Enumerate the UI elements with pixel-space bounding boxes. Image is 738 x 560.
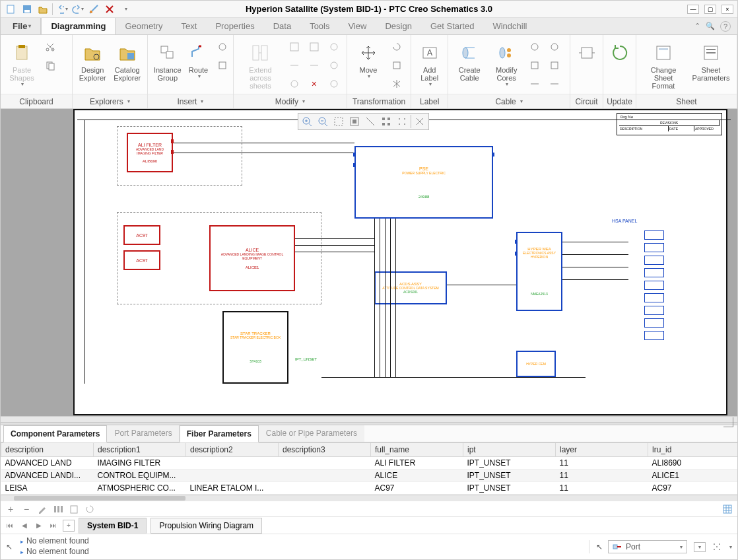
tab-data[interactable]: Data: [264, 18, 300, 34]
block-alice[interactable]: ALICE ADVANCED LANDING IMAGE CONTROL EQU…: [209, 225, 295, 291]
tab-properties[interactable]: Properties: [206, 18, 263, 34]
help-icon[interactable]: ?: [720, 21, 731, 32]
design-explorer-button[interactable]: Design Explorer: [77, 39, 109, 85]
tab-add-button[interactable]: +: [63, 520, 75, 532]
cable-mi2-icon[interactable]: [526, 57, 543, 73]
tab-component-params[interactable]: Component Parameters: [3, 425, 107, 442]
pointer-mode-icon[interactable]: ↖: [596, 542, 603, 551]
add-row-button[interactable]: +: [5, 503, 17, 515]
tab-text[interactable]: Text: [172, 18, 207, 34]
snap-icon[interactable]: [395, 115, 409, 128]
redo-icon[interactable]: ▾: [71, 3, 84, 16]
tab-last-button[interactable]: ⏭: [48, 520, 59, 531]
canvas[interactable]: Drg No REVISIONS DESCRIPTION DATE APPROV…: [1, 109, 737, 422]
add-label-button[interactable]: A Add Label▾: [415, 39, 444, 91]
modify-mi2-icon[interactable]: [286, 57, 303, 73]
pan-icon[interactable]: [363, 115, 378, 128]
catalog-explorer-button[interactable]: Catalog Explorer: [111, 39, 143, 85]
route-button[interactable]: Route▾: [186, 39, 211, 83]
cable-mi5-icon[interactable]: [546, 57, 563, 73]
close-toolbar-icon[interactable]: [413, 115, 427, 128]
modify-mi1-icon[interactable]: [286, 39, 303, 55]
circuit-button[interactable]: [574, 39, 599, 69]
maximize-button[interactable]: ▢: [704, 5, 716, 14]
sheet-tab-1[interactable]: Propulsion Wiring Diagram: [151, 518, 262, 534]
cable-mi6-icon[interactable]: [546, 76, 563, 92]
modify-cores-button[interactable]: Modify Cores▾: [489, 39, 523, 91]
tab-diagramming[interactable]: Diagramming: [41, 18, 116, 34]
refresh-button[interactable]: [84, 503, 96, 515]
selector-combo[interactable]: Port ▾: [608, 540, 687, 553]
edit-row-button[interactable]: [36, 503, 48, 515]
tab-first-button[interactable]: ⏮: [5, 520, 15, 531]
cut-icon[interactable]: [42, 39, 59, 55]
search-icon[interactable]: 🔍: [706, 22, 715, 30]
block-pse[interactable]: PSE POWER SUPPLY ELECTRIC 24988: [354, 146, 493, 219]
tab-cable-params[interactable]: Cable or Pipe Parameters: [259, 425, 364, 442]
splitter[interactable]: [1, 422, 737, 425]
snap-mode-icon[interactable]: [711, 541, 723, 553]
cable-mi4-icon[interactable]: [546, 39, 563, 55]
modify-mi3-icon[interactable]: [286, 76, 303, 92]
zoom-window-icon[interactable]: [331, 115, 346, 128]
block-ali-filter[interactable]: ALI FILTER ADVANCED LAND IMAGING FILTER …: [127, 133, 173, 172]
modify-mi4-icon[interactable]: [306, 39, 323, 55]
block-hyper-cem[interactable]: HYPER CEM: [516, 351, 556, 377]
modify-x-icon[interactable]: ×: [306, 76, 323, 92]
zoom-in-icon[interactable]: [300, 115, 314, 128]
open-icon[interactable]: [36, 3, 50, 16]
close-button[interactable]: ×: [721, 5, 733, 14]
block-star[interactable]: STAR TRACKER STAR TRACKER ELECTRIC BOX S…: [222, 311, 288, 384]
move-button[interactable]: Move▾: [351, 39, 386, 83]
tab-design[interactable]: Design: [376, 18, 420, 34]
block-ac97-2[interactable]: AC97: [123, 250, 160, 270]
cable-mi3-icon[interactable]: [526, 76, 543, 92]
update-button[interactable]: [607, 39, 632, 69]
tab-view[interactable]: View: [339, 18, 376, 34]
menu-file[interactable]: File▾: [3, 18, 41, 34]
modify-mi7-icon[interactable]: [325, 57, 343, 73]
table-row[interactable]: ADVANCED LANDIMAGING FILTERALI FILTERIPT…: [1, 457, 738, 470]
tab-windchill[interactable]: Windchill: [483, 18, 536, 34]
sheet-parameters-button[interactable]: Sheet Parameters: [689, 39, 733, 85]
tab-fiber-params[interactable]: Fiber Parameters: [180, 425, 259, 442]
change-sheet-format-button[interactable]: Change Sheet Format: [640, 39, 687, 93]
tab-next-button[interactable]: ▶: [34, 520, 44, 531]
block-hyper[interactable]: HYPER MEA ELECTRONICS ASSY HYPERION NMEA…: [516, 232, 562, 311]
tab-port-params[interactable]: Port Parameters: [107, 425, 179, 442]
extend-sheets-button[interactable]: Extend across sheets: [238, 39, 283, 93]
create-cable-button[interactable]: Create Cable: [452, 39, 486, 85]
tab-prev-button[interactable]: ◀: [19, 520, 30, 531]
table-row[interactable]: ADVANCED LANDI...CONTROL EQUIPM...ALICEI…: [1, 470, 738, 482]
grid-hscroll[interactable]: [1, 495, 737, 501]
insert-misc-icon[interactable]: [214, 39, 231, 55]
tab-getstarted[interactable]: Get Started: [421, 18, 483, 34]
copy-icon[interactable]: [42, 57, 59, 73]
instance-group-button[interactable]: Instance Group: [152, 39, 184, 85]
modify-mi6-icon[interactable]: [325, 39, 343, 55]
clipboard-button[interactable]: [68, 503, 80, 515]
selector-extra[interactable]: ▾: [694, 542, 706, 552]
sheet-tab-0[interactable]: System BID-1: [79, 518, 147, 534]
cable-mi1-icon[interactable]: [526, 39, 543, 55]
collapse-ribbon-icon[interactable]: ⌃: [694, 22, 700, 30]
table-row[interactable]: LEISAATMOSPHERIC CO...LINEAR ETALOM I...…: [1, 482, 738, 495]
block-ac97-1[interactable]: AC97: [123, 225, 160, 245]
remove-row-button[interactable]: −: [20, 503, 32, 515]
scale-icon[interactable]: [388, 57, 405, 73]
grid-options-button[interactable]: [721, 503, 733, 515]
insert-misc2-icon[interactable]: [214, 57, 231, 73]
grid[interactable]: descriptiondescription1description2descr…: [1, 442, 737, 495]
mirror-icon[interactable]: [388, 76, 405, 92]
grid-icon[interactable]: [379, 115, 393, 128]
new-icon[interactable]: [5, 3, 18, 16]
macro-icon[interactable]: [87, 3, 100, 16]
modify-mi5-icon[interactable]: [306, 57, 323, 73]
modify-mi8-icon[interactable]: [325, 76, 343, 92]
undo-icon[interactable]: ▾: [55, 3, 69, 16]
paste-shapes-button[interactable]: Paste Shapes▾: [5, 39, 39, 91]
canvas-hscroll[interactable]: [1, 416, 737, 422]
save-icon[interactable]: [20, 3, 34, 16]
zoom-fit-icon[interactable]: [347, 115, 362, 128]
rotate-icon[interactable]: [388, 39, 405, 55]
